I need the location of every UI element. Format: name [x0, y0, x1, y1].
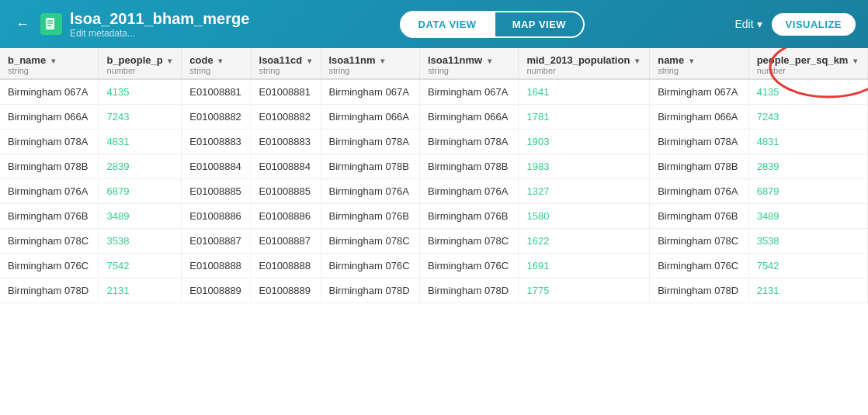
cell-people_per_sq_km: 4135: [748, 79, 867, 105]
col-header-lsoa11nm[interactable]: lsoa11nm ▾ string: [321, 48, 419, 79]
header: ← lsoa_2011_bham_merge Edit metadata... …: [0, 0, 868, 48]
cell-b_people_p: 2839: [99, 154, 182, 179]
cell-lsoa11nmw: Birmingham 078D: [419, 278, 518, 303]
cell-lsoa11cd: E01008881: [251, 79, 321, 105]
cell-code: E01008888: [182, 254, 251, 278]
view-tabs: DATA VIEW MAP VIEW: [400, 11, 585, 38]
data-table: b_name ▾ string b_people_p ▾ number code…: [0, 48, 868, 303]
sort-icon-mid-pop: ▾: [635, 57, 639, 65]
cell-code: E01008884: [182, 154, 251, 179]
cell-lsoa11nmw: Birmingham 066A: [419, 105, 518, 130]
page-title: lsoa_2011_bham_merge: [70, 9, 249, 28]
cell-mid_2013_population: 1622: [519, 229, 650, 254]
tab-map-view[interactable]: MAP VIEW: [495, 11, 585, 38]
cell-code: E01008881: [182, 79, 251, 105]
cell-lsoa11nm: Birmingham 067A: [321, 79, 419, 105]
cell-b_people_p: 4831: [99, 130, 182, 154]
cell-code: E01008887: [182, 229, 251, 254]
cell-code: E01008886: [182, 204, 251, 229]
cell-code: E01008889: [182, 278, 251, 303]
col-header-mid-population[interactable]: mid_2013_population ▾ number: [519, 48, 650, 79]
cell-code: E01008883: [182, 130, 251, 154]
cell-name: Birmingham 078B: [650, 154, 748, 179]
cell-b_name: Birmingham 078B: [0, 154, 99, 179]
title-block: lsoa_2011_bham_merge Edit metadata...: [70, 9, 249, 39]
col-header-people-per-sq-km[interactable]: people_per_sq_km ▾ number: [748, 48, 867, 79]
cell-name: Birmingham 078A: [650, 130, 748, 154]
cell-mid_2013_population: 1327: [519, 179, 650, 204]
sort-icon-b-name: ▾: [51, 57, 55, 65]
cell-b_name: Birmingham 066A: [0, 105, 99, 130]
table-row: Birmingham 067A4135E01008881E01008881Bir…: [0, 79, 868, 105]
cell-mid_2013_population: 1641: [519, 79, 650, 105]
cell-lsoa11nmw: Birmingham 076B: [419, 204, 518, 229]
cell-name: Birmingham 076B: [650, 204, 748, 229]
col-header-b-name[interactable]: b_name ▾ string: [0, 48, 99, 79]
cell-code: E01008882: [182, 105, 251, 130]
chevron-down-icon: ▾: [757, 18, 762, 30]
cell-b_name: Birmingham 076C: [0, 254, 99, 278]
cell-b_people_p: 3489: [99, 204, 182, 229]
sort-icon-name: ▾: [689, 57, 693, 65]
cell-people_per_sq_km: 3538: [748, 229, 867, 254]
cell-name: Birmingham 067A: [650, 79, 748, 105]
cell-lsoa11cd: E01008882: [251, 105, 321, 130]
cell-name: Birmingham 078C: [650, 229, 748, 254]
cell-lsoa11nmw: Birmingham 078A: [419, 130, 518, 154]
cell-lsoa11nm: Birmingham 078C: [321, 229, 419, 254]
cell-b_name: Birmingham 078A: [0, 130, 99, 154]
cell-b_name: Birmingham 078C: [0, 229, 99, 254]
cell-mid_2013_population: 1903: [519, 130, 650, 154]
cell-people_per_sq_km: 2839: [748, 154, 867, 179]
cell-b_name: Birmingham 078D: [0, 278, 99, 303]
col-header-name[interactable]: name ▾ string: [650, 48, 748, 79]
cell-lsoa11nm: Birmingham 076B: [321, 204, 419, 229]
header-left: ← lsoa_2011_bham_merge Edit metadata...: [12, 9, 249, 39]
cell-lsoa11cd: E01008887: [251, 229, 321, 254]
sort-icon-code: ▾: [218, 57, 222, 65]
cell-people_per_sq_km: 7243: [748, 105, 867, 130]
cell-b_people_p: 7542: [99, 254, 182, 278]
cell-b_name: Birmingham 067A: [0, 79, 99, 105]
cell-lsoa11nm: Birmingham 076C: [321, 254, 419, 278]
cell-b_name: Birmingham 076B: [0, 204, 99, 229]
table-row: Birmingham 076A6879E01008885E01008885Bir…: [0, 179, 868, 204]
cell-mid_2013_population: 1775: [519, 278, 650, 303]
tab-data-view[interactable]: DATA VIEW: [400, 11, 495, 38]
sort-icon-people-per-sq-km: ▾: [853, 57, 857, 65]
cell-name: Birmingham 066A: [650, 105, 748, 130]
cell-lsoa11nmw: Birmingham 076A: [419, 179, 518, 204]
cell-b_people_p: 2131: [99, 278, 182, 303]
cell-lsoa11nm: Birmingham 066A: [321, 105, 419, 130]
cell-lsoa11cd: E01008886: [251, 204, 321, 229]
cell-lsoa11nmw: Birmingham 067A: [419, 79, 518, 105]
visualize-button[interactable]: VISUALIZE: [772, 13, 856, 36]
col-header-lsoa11cd[interactable]: lsoa11cd ▾ string: [251, 48, 321, 79]
col-header-b-people-p[interactable]: b_people_p ▾ number: [99, 48, 182, 79]
cell-lsoa11cd: E01008888: [251, 254, 321, 278]
col-header-code[interactable]: code ▾ string: [182, 48, 251, 79]
cell-people_per_sq_km: 2131: [748, 278, 867, 303]
cell-lsoa11nmw: Birmingham 078B: [419, 154, 518, 179]
cell-b_people_p: 4135: [99, 79, 182, 105]
cell-lsoa11nmw: Birmingham 076C: [419, 254, 518, 278]
cell-people_per_sq_km: 7542: [748, 254, 867, 278]
edit-button[interactable]: Edit ▾: [734, 18, 762, 30]
edit-metadata-link[interactable]: Edit metadata...: [70, 28, 249, 39]
cell-lsoa11cd: E01008883: [251, 130, 321, 154]
cell-people_per_sq_km: 4831: [748, 130, 867, 154]
cell-code: E01008885: [182, 179, 251, 204]
cell-name: Birmingham 078D: [650, 278, 748, 303]
cell-name: Birmingham 076A: [650, 179, 748, 204]
cell-mid_2013_population: 1781: [519, 105, 650, 130]
col-header-lsoa11nmw[interactable]: lsoa11nmw ▾ string: [419, 48, 518, 79]
table-row: Birmingham 066A7243E01008882E01008882Bir…: [0, 105, 868, 130]
sort-icon-b-people-p: ▾: [168, 57, 172, 65]
table-row: Birmingham 078B2839E01008884E01008884Bir…: [0, 154, 868, 179]
back-button[interactable]: ←: [12, 13, 33, 36]
cell-mid_2013_population: 1691: [519, 254, 650, 278]
table-body: Birmingham 067A4135E01008881E01008881Bir…: [0, 79, 868, 303]
cell-name: Birmingham 076C: [650, 254, 748, 278]
cell-b_people_p: 6879: [99, 179, 182, 204]
cell-people_per_sq_km: 3489: [748, 204, 867, 229]
